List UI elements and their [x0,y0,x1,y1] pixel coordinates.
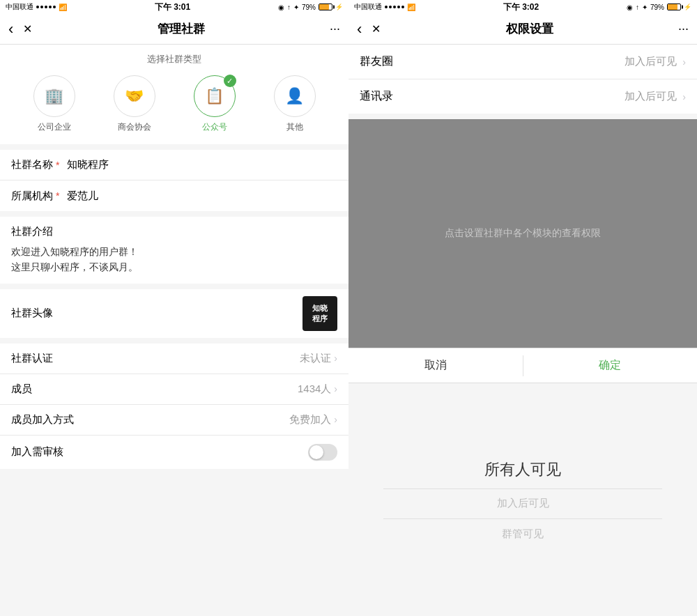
join-method-chevron: › [334,414,337,425]
join-method-row[interactable]: 成员加入方式 免费加入 › [0,405,348,436]
perm-bottom-bar: 取消 确定 [348,348,697,383]
right-nav-bar: ‹ ✕ 权限设置 ··· [348,14,697,45]
right-nav-left[interactable]: ‹ ✕ [357,20,381,38]
members-chevron: › [334,383,337,394]
perm-value-text-qunfriend: 加入后可见 [625,55,677,68]
right-carrier: 中国联通 [354,2,382,12]
type-item-chamber[interactable]: 🤝 商会协会 [114,75,155,133]
avatar-row[interactable]: 社群头像 知晓程序 [0,289,348,338]
type-name-company: 公司企业 [38,121,71,133]
carrier-text: 中国联通 [6,2,33,12]
review-row: 加入需审核 [0,436,348,469]
right-signal-icon [385,6,404,8]
perm-chevron-contacts: › [682,91,686,102]
desc-label: 社群介绍 [11,225,337,238]
avatar-thumbnail: 知晓程序 [302,296,337,331]
official-icon: 📋 [205,87,224,105]
type-icon-other: 👤 [274,75,316,117]
left-content: 选择社群类型 🏢 公司企业 🤝 商会协会 📋 [0,45,348,616]
perm-row-qunfriend[interactable]: 群友圈 加入后可见 › [348,45,697,79]
right-status-right: ◉ ↑ ✦ 79% ⚡ [627,3,691,11]
right-back-button[interactable]: ‹ [357,20,362,38]
perm-row-contacts[interactable]: 通讯录 加入后可见 › [348,79,697,114]
org-value: 爱范儿 [67,190,337,203]
type-icon-chamber: 🤝 [114,75,155,117]
avatar-section: 社群头像 知晓程序 [0,289,348,338]
right-status-bar: 中国联通 📶 下午 3:02 ◉ ↑ ✦ 79% ⚡ [348,0,697,14]
type-icons-container: 🏢 公司企业 🤝 商会协会 📋 ✓ 公众号 [0,75,348,133]
nav-left-buttons[interactable]: ‹ ✕ [8,20,32,38]
check-badge: ✓ [224,75,236,87]
arrow-icon: ↑ [287,3,291,11]
right-wifi-icon: 📶 [407,3,415,11]
perm-label-contacts: 通讯录 [360,89,393,104]
left-time: 下午 3:01 [155,1,190,13]
join-method-label: 成员加入方式 [11,413,74,426]
perm-value-qunfriend: 加入后可见 › [625,55,686,68]
avatar-label: 社群头像 [11,307,67,320]
perm-value-contacts: 加入后可见 › [625,90,686,103]
left-nav-title: 管理社群 [32,21,330,37]
other-icon: 👤 [285,87,304,105]
right-upper: 中国联通 📶 下午 3:02 ◉ ↑ ✦ 79% ⚡ ‹ [348,0,697,383]
visibility-sub2[interactable]: 群管可见 [502,528,544,541]
type-name-chamber: 商会协会 [118,121,151,133]
right-location-icon: ◉ [627,3,633,11]
separator-1 [383,488,662,489]
type-item-official[interactable]: 📋 ✓ 公众号 [194,75,236,133]
org-label: 所属机构 * [11,190,67,203]
type-item-other[interactable]: 👤 其他 [274,75,316,133]
name-required: * [56,160,59,171]
perm-value-text-contacts: 加入后可见 [625,90,677,103]
name-row[interactable]: 社群名称 * 知晓程序 [0,150,348,180]
visibility-sub1[interactable]: 加入后可见 [497,497,549,510]
type-icon-company: 🏢 [33,75,75,117]
desc-text2: 这里只聊小程序，不谈风月。 [11,259,337,275]
left-status-bar: 中国联通 📶 下午 3:01 ◉ ↑ ✦ 79% ⚡ [0,0,348,14]
right-charging-icon: ⚡ [684,3,691,10]
status-left: 中国联通 📶 [6,2,67,12]
members-value: 1434人 [298,383,331,396]
review-toggle[interactable] [308,444,337,461]
right-nav-title: 权限设置 [381,21,678,37]
right-battery-text: 79% [650,3,664,11]
name-label: 社群名称 * [11,158,67,171]
signal-icon [36,6,56,8]
org-row[interactable]: 所属机构 * 爱范儿 [0,180,348,211]
certification-row[interactable]: 社群认证 未认证 › [0,344,348,374]
right-nav-more[interactable]: ··· [678,22,689,36]
perm-list: 群友圈 加入后可见 › 通讯录 加入后可见 › [348,45,697,114]
type-section-label: 选择社群类型 [0,53,348,66]
left-nav-more[interactable]: ··· [330,22,340,36]
name-value: 知晓程序 [67,158,337,171]
wifi-icon: 📶 [59,3,67,11]
confirm-button[interactable]: 确定 [523,348,697,383]
certification-value: 未认证 [300,352,331,365]
review-label: 加入需审核 [11,445,67,459]
chamber-icon: 🤝 [125,87,144,105]
join-method-value: 免费加入 [289,413,331,426]
gray-hint-text: 点击设置社群中各个模块的查看权限 [445,227,601,240]
location-icon: ◉ [278,3,284,11]
charging-icon: ⚡ [335,3,343,10]
desc-section: 社群介绍 欢迎进入知晓程序的用户群！ 这里只聊小程序，不谈风月。 [0,217,348,284]
right-arrow-icon: ↑ [636,3,639,11]
bluetooth-icon: ✦ [293,3,299,11]
type-name-other: 其他 [286,121,303,133]
members-row[interactable]: 成员 1434人 › [0,374,348,405]
certification-chevron: › [334,353,337,364]
name-org-section: 社群名称 * 知晓程序 所属机构 * 爱范儿 [0,150,348,211]
visibility-options: 所有人可见 加入后可见 群管可见 [348,383,697,616]
right-panel: 中国联通 📶 下午 3:02 ◉ ↑ ✦ 79% ⚡ ‹ [348,0,697,616]
right-status-left: 中国联通 📶 [354,2,415,12]
visibility-main[interactable]: 所有人可见 [484,459,561,480]
close-button[interactable]: ✕ [23,22,32,36]
separator-2 [383,518,662,519]
back-button[interactable]: ‹ [8,20,13,38]
right-close-button[interactable]: ✕ [372,22,381,36]
left-nav-bar: ‹ ✕ 管理社群 ··· [0,14,348,45]
status-right: ◉ ↑ ✦ 79% ⚡ [278,3,343,11]
cancel-button[interactable]: 取消 [348,348,523,383]
right-bluetooth-icon: ✦ [642,3,648,11]
type-item-company[interactable]: 🏢 公司企业 [33,75,75,133]
